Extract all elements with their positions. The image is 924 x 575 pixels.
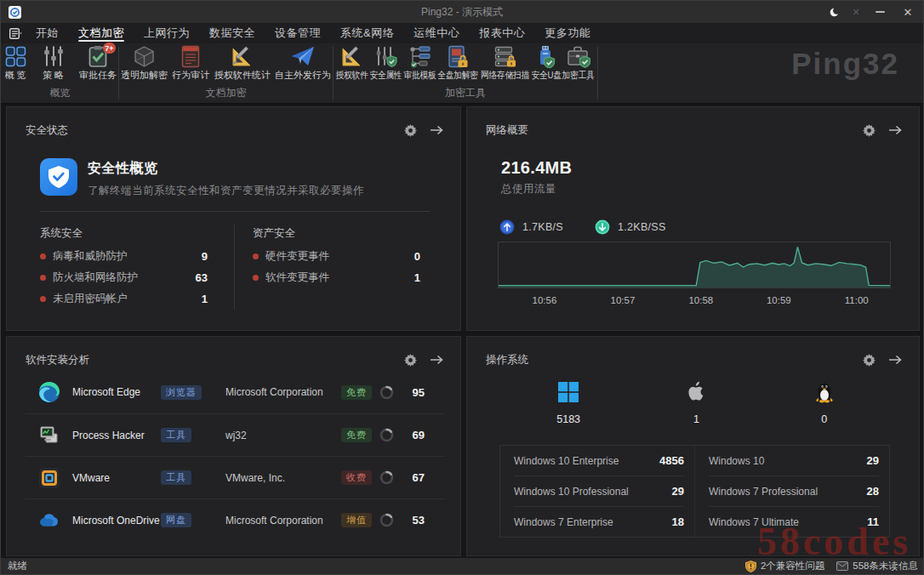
licensed-software-icon [340, 45, 363, 68]
arrow-right-icon [888, 355, 902, 365]
ribbon-item-network-storage-scan[interactable]: 网络存储扫描 [479, 44, 530, 82]
ribbon-group-label: 文档加密 [121, 86, 331, 103]
ribbon-item-behavior-audit[interactable]: 行为审计 [172, 44, 209, 82]
ribbon-item-secure-usb[interactable]: 安全U盘 [530, 44, 562, 82]
arrow-right-icon [430, 355, 443, 365]
panel-goto-button[interactable] [429, 353, 443, 367]
ribbon-item-approval-template[interactable]: 审批模板 [403, 44, 437, 82]
ribbon-item-fulldisk-encryption[interactable]: 全盘加解密 [437, 44, 480, 82]
network-chart-ticks: 10:56 10:57 10:58 10:59 11:00 [498, 295, 891, 307]
paper-plane-icon [291, 45, 315, 67]
tab-device-management[interactable]: 设备管理 [270, 23, 326, 43]
security-item[interactable]: 硬件变更事件 0 [253, 246, 420, 267]
overview-grid-icon [4, 45, 27, 68]
ribbon-item-policy[interactable]: 策 略 [42, 44, 66, 82]
panel-settings-button[interactable] [862, 353, 876, 367]
ribbon-item-licensed-software-stats[interactable]: 授权软件统计 [214, 44, 271, 82]
alert-dot-icon [40, 275, 46, 281]
window-controls: ✕ ✕ [823, 1, 923, 23]
os-linux-count: 0 [821, 413, 827, 425]
tab-more-features[interactable]: 更多功能 [539, 23, 596, 43]
approval-template-icon [408, 45, 431, 68]
os-table-row[interactable]: Windows 10 29 [709, 446, 879, 475]
os-table-row[interactable]: Windows 7 Professional 28 [709, 475, 879, 506]
ribbon-separator [333, 47, 334, 100]
tab-system-network[interactable]: 系统&网络 [335, 23, 399, 43]
security-item[interactable]: 未启用密码帐户 1 [40, 288, 208, 310]
unread-messages-status[interactable]: 558条未读信息 [836, 560, 918, 572]
skin-button[interactable]: ✕ [845, 1, 867, 23]
gear-icon [863, 124, 876, 137]
tab-ops-center[interactable]: 运维中心 [408, 23, 465, 43]
software-row-vmware[interactable]: VMware 工具 VMware, Inc. 收费 67 [26, 456, 445, 498]
os-mac-summary: 1 [632, 378, 760, 434]
warning-shield-icon [745, 561, 756, 572]
app-menu-icon [9, 28, 22, 39]
arrow-right-icon [888, 125, 902, 135]
security-item[interactable]: 病毒和威胁防护 9 [40, 246, 208, 267]
panel-settings-button[interactable] [862, 123, 876, 138]
menu-tabs: 开始 文档加密 上网行为 数据安全 设备管理 系统&网络 运维中心 报表中心 更… [31, 23, 596, 43]
ribbon-item-encryption-tools[interactable]: 加密工具 [562, 44, 596, 82]
security-overview-hero: 安全性概览 了解终端当前系统安全性和资产变更情况并采取必要操作 [40, 158, 364, 198]
security-item[interactable]: 软件变更事件 1 [253, 267, 420, 288]
network-total-traffic: 216.4MB [501, 158, 572, 178]
gear-icon [863, 354, 876, 367]
software-row-process-hacker[interactable]: Process Hacker 工具 wj32 免费 69 [26, 413, 445, 456]
software-row-onedrive[interactable]: Microsoft OneDrive 网盘 Microsoft Corporat… [26, 498, 445, 541]
tab-report-center[interactable]: 报表中心 [474, 23, 530, 43]
minimize-button[interactable] [867, 1, 893, 23]
tab-home[interactable]: 开始 [31, 23, 64, 43]
ribbon-item-security-attributes[interactable]: 安全属性 [369, 44, 403, 82]
os-table-row[interactable]: Windows 7 Ultimate 11 [709, 506, 879, 537]
security-attributes-icon [374, 45, 397, 68]
ribbon-item-self-outgoing[interactable]: 自主外发行为 [275, 44, 331, 82]
panel-software-analysis: 软件安装分析 [6, 336, 461, 556]
tab-web-behavior[interactable]: 上网行为 [139, 23, 195, 43]
panel-title: 软件安装分析 [26, 353, 89, 367]
theme-toggle-button[interactable] [823, 1, 845, 23]
software-row-edge[interactable]: Microsoft Edge 浏览器 Microsoft Corporation… [26, 371, 445, 413]
ribbon-item-overview[interactable]: 概 览 [3, 44, 27, 82]
title-bar: Ping32 - 演示模式 ✕ ✕ [1, 1, 923, 23]
security-shield-icon [40, 158, 77, 196]
process-hacker-icon [38, 424, 60, 447]
panel-security-status: 安全状态 [6, 106, 461, 331]
tab-data-security[interactable]: 数据安全 [204, 23, 260, 43]
os-table-row[interactable]: Windows 10 Enterprise 4856 [514, 446, 684, 475]
panel-goto-button[interactable] [887, 123, 902, 138]
panel-settings-button[interactable] [403, 353, 418, 367]
compat-issues-status[interactable]: 2个兼容性问题 [745, 560, 824, 572]
dashboard-content: 安全状态 [1, 106, 923, 557]
minimize-icon [876, 11, 885, 13]
panel-operating-systems: 操作系统 [466, 336, 920, 556]
tab-document-encryption[interactable]: 文档加密 [73, 23, 129, 43]
panel-goto-button[interactable] [429, 123, 443, 138]
panel-goto-button[interactable] [887, 353, 902, 367]
ribbon-separator [597, 47, 598, 100]
security-section-system: 系统安全 病毒和威胁防护 9 防火墙和网络防护 63 未启用密码帐户 [40, 226, 208, 315]
panel-title: 安全状态 [26, 123, 68, 138]
network-traffic-chart [498, 242, 891, 288]
ribbon-item-licensed-software[interactable]: 授权软件 [335, 44, 369, 82]
os-table-row[interactable]: Windows 10 Professional 29 [514, 475, 684, 506]
skin-icon: ✕ [852, 7, 859, 18]
alert-dot-icon [253, 253, 259, 259]
status-ready: 就绪 [8, 560, 27, 572]
security-item[interactable]: 防火墙和网络防护 63 [40, 267, 208, 288]
panel-network-summary: 网络概要 216.4MB 总使用流量 [466, 106, 920, 331]
ribbon-item-transparent-encryption[interactable]: 透明加解密 [121, 44, 168, 82]
ribbon-item-approval-tasks[interactable]: 7+ 审批任务 [79, 44, 117, 82]
gear-icon [404, 354, 417, 367]
download-icon [595, 219, 610, 235]
ribbon: 概 览 策 略 [1, 43, 923, 105]
secure-usb-icon [536, 45, 556, 68]
alert-dot-icon [40, 296, 46, 302]
panel-settings-button[interactable] [403, 123, 418, 138]
ribbon-group-encryption-tools: 授权软件 安全属性 [335, 43, 596, 103]
ribbon-group-doc-encryption: 透明加解密 行为审计 [121, 43, 331, 103]
price-badge: 增值 [341, 513, 372, 527]
app-menu-button[interactable] [9, 28, 22, 39]
os-table-row[interactable]: Windows 7 Enterprise 18 [514, 506, 684, 537]
close-button[interactable]: ✕ [893, 1, 923, 23]
